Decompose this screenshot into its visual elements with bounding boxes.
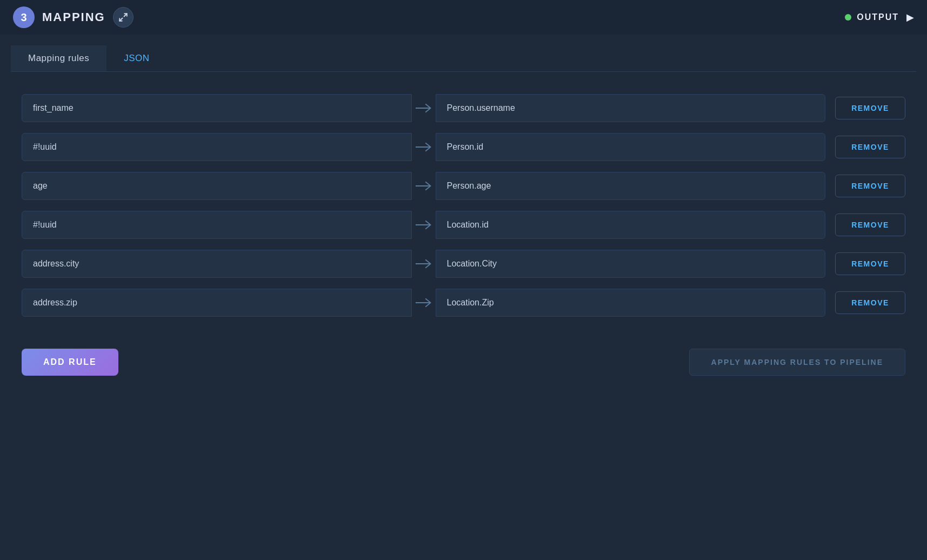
source-field[interactable]: age	[22, 172, 412, 200]
tab-json[interactable]: JSON	[106, 45, 166, 71]
arrow-connector	[412, 171, 436, 201]
header-right: OUTPUT ▶	[845, 11, 914, 23]
expand-button[interactable]	[113, 7, 134, 28]
source-field[interactable]: #!uuid	[22, 211, 412, 239]
play-icon[interactable]: ▶	[906, 11, 914, 23]
mapping-row: age Person.age REMOVE	[22, 171, 905, 201]
mapping-row: address.city Location.City REMOVE	[22, 249, 905, 278]
page-title: MAPPING	[42, 10, 105, 24]
output-label: OUTPUT	[857, 12, 899, 22]
target-field[interactable]: Location.id	[436, 211, 826, 239]
add-rule-button[interactable]: ADD RULE	[22, 349, 118, 376]
remove-button[interactable]: REMOVE	[835, 136, 905, 158]
mapping-row: first_name Person.username REMOVE	[22, 94, 905, 123]
target-field[interactable]: Person.id	[436, 133, 826, 161]
tab-mapping-rules[interactable]: Mapping rules	[11, 45, 106, 71]
source-field[interactable]: address.zip	[22, 289, 412, 317]
header: 3 MAPPING OUTPUT ▶	[0, 0, 927, 35]
step-badge: 3	[13, 6, 35, 28]
remove-button[interactable]: REMOVE	[835, 214, 905, 236]
bottom-bar: ADD RULE APPLY MAPPING RULES TO PIPELINE	[11, 338, 916, 381]
arrow-connector	[412, 94, 436, 123]
remove-button[interactable]: REMOVE	[835, 291, 905, 314]
source-field[interactable]: #!uuid	[22, 133, 412, 161]
main-content: Mapping rules JSON first_name Person.use…	[0, 35, 927, 397]
target-field[interactable]: Person.username	[436, 94, 826, 122]
remove-button[interactable]: REMOVE	[835, 252, 905, 275]
arrow-connector	[412, 249, 436, 278]
target-field[interactable]: Person.age	[436, 172, 826, 200]
output-status-dot	[845, 14, 851, 21]
arrow-connector	[412, 288, 436, 317]
remove-button[interactable]: REMOVE	[835, 97, 905, 119]
remove-button[interactable]: REMOVE	[835, 175, 905, 197]
mapping-row: #!uuid Location.id REMOVE	[22, 210, 905, 239]
mapping-row: #!uuid Person.id REMOVE	[22, 132, 905, 162]
header-left: 3 MAPPING	[13, 6, 134, 28]
apply-mapping-button[interactable]: APPLY MAPPING RULES TO PIPELINE	[689, 349, 905, 376]
source-field[interactable]: first_name	[22, 94, 412, 122]
target-field[interactable]: Location.Zip	[436, 289, 826, 317]
tabs-bar: Mapping rules JSON	[11, 45, 916, 72]
mapping-row: address.zip Location.Zip REMOVE	[22, 288, 905, 317]
arrow-connector	[412, 132, 436, 162]
source-field[interactable]: address.city	[22, 250, 412, 278]
mapping-rules-container: first_name Person.username REMOVE #!uuid…	[11, 88, 916, 332]
target-field[interactable]: Location.City	[436, 250, 826, 278]
arrow-connector	[412, 210, 436, 239]
